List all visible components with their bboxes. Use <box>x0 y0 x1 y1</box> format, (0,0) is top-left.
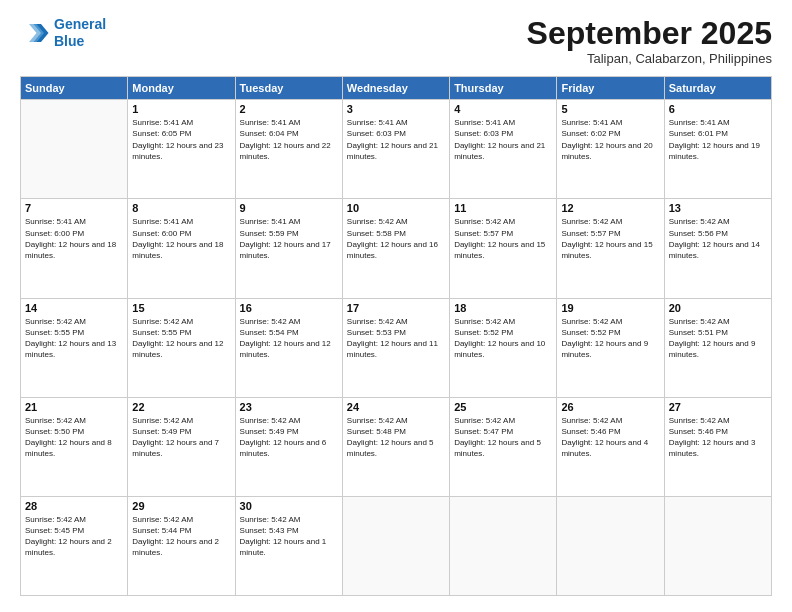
table-row: 20Sunrise: 5:42 AM Sunset: 5:51 PM Dayli… <box>664 298 771 397</box>
cell-info: Sunrise: 5:42 AM Sunset: 5:46 PM Dayligh… <box>669 415 767 460</box>
day-number: 7 <box>25 202 123 214</box>
col-thursday: Thursday <box>450 77 557 100</box>
day-number: 25 <box>454 401 552 413</box>
cell-info: Sunrise: 5:42 AM Sunset: 5:52 PM Dayligh… <box>454 316 552 361</box>
day-number: 22 <box>132 401 230 413</box>
cell-info: Sunrise: 5:41 AM Sunset: 6:03 PM Dayligh… <box>454 117 552 162</box>
cell-info: Sunrise: 5:42 AM Sunset: 5:51 PM Dayligh… <box>669 316 767 361</box>
col-sunday: Sunday <box>21 77 128 100</box>
cell-info: Sunrise: 5:41 AM Sunset: 6:01 PM Dayligh… <box>669 117 767 162</box>
day-number: 5 <box>561 103 659 115</box>
location: Talipan, Calabarzon, Philippines <box>527 51 772 66</box>
cell-info: Sunrise: 5:42 AM Sunset: 5:43 PM Dayligh… <box>240 514 338 559</box>
cell-info: Sunrise: 5:41 AM Sunset: 6:00 PM Dayligh… <box>25 216 123 261</box>
table-row: 18Sunrise: 5:42 AM Sunset: 5:52 PM Dayli… <box>450 298 557 397</box>
cell-info: Sunrise: 5:42 AM Sunset: 5:48 PM Dayligh… <box>347 415 445 460</box>
table-row: 1Sunrise: 5:41 AM Sunset: 6:05 PM Daylig… <box>128 100 235 199</box>
day-number: 13 <box>669 202 767 214</box>
day-number: 29 <box>132 500 230 512</box>
header-row: Sunday Monday Tuesday Wednesday Thursday… <box>21 77 772 100</box>
cell-info: Sunrise: 5:42 AM Sunset: 5:55 PM Dayligh… <box>25 316 123 361</box>
table-row: 16Sunrise: 5:42 AM Sunset: 5:54 PM Dayli… <box>235 298 342 397</box>
calendar-week-2: 7Sunrise: 5:41 AM Sunset: 6:00 PM Daylig… <box>21 199 772 298</box>
cell-info: Sunrise: 5:42 AM Sunset: 5:46 PM Dayligh… <box>561 415 659 460</box>
table-row: 29Sunrise: 5:42 AM Sunset: 5:44 PM Dayli… <box>128 496 235 595</box>
day-number: 17 <box>347 302 445 314</box>
col-friday: Friday <box>557 77 664 100</box>
cell-info: Sunrise: 5:42 AM Sunset: 5:49 PM Dayligh… <box>240 415 338 460</box>
table-row: 27Sunrise: 5:42 AM Sunset: 5:46 PM Dayli… <box>664 397 771 496</box>
cell-info: Sunrise: 5:42 AM Sunset: 5:44 PM Dayligh… <box>132 514 230 559</box>
col-tuesday: Tuesday <box>235 77 342 100</box>
day-number: 11 <box>454 202 552 214</box>
cell-info: Sunrise: 5:42 AM Sunset: 5:49 PM Dayligh… <box>132 415 230 460</box>
day-number: 20 <box>669 302 767 314</box>
table-row: 7Sunrise: 5:41 AM Sunset: 6:00 PM Daylig… <box>21 199 128 298</box>
day-number: 27 <box>669 401 767 413</box>
day-number: 19 <box>561 302 659 314</box>
day-number: 1 <box>132 103 230 115</box>
table-row: 14Sunrise: 5:42 AM Sunset: 5:55 PM Dayli… <box>21 298 128 397</box>
table-row <box>342 496 449 595</box>
table-row: 26Sunrise: 5:42 AM Sunset: 5:46 PM Dayli… <box>557 397 664 496</box>
col-wednesday: Wednesday <box>342 77 449 100</box>
table-row: 19Sunrise: 5:42 AM Sunset: 5:52 PM Dayli… <box>557 298 664 397</box>
calendar-table: Sunday Monday Tuesday Wednesday Thursday… <box>20 76 772 596</box>
table-row: 3Sunrise: 5:41 AM Sunset: 6:03 PM Daylig… <box>342 100 449 199</box>
day-number: 30 <box>240 500 338 512</box>
day-number: 6 <box>669 103 767 115</box>
day-number: 10 <box>347 202 445 214</box>
table-row <box>21 100 128 199</box>
cell-info: Sunrise: 5:41 AM Sunset: 6:02 PM Dayligh… <box>561 117 659 162</box>
day-number: 12 <box>561 202 659 214</box>
page: General Blue September 2025 Talipan, Cal… <box>0 0 792 612</box>
table-row: 24Sunrise: 5:42 AM Sunset: 5:48 PM Dayli… <box>342 397 449 496</box>
logo: General Blue <box>20 16 106 50</box>
table-row: 23Sunrise: 5:42 AM Sunset: 5:49 PM Dayli… <box>235 397 342 496</box>
table-row: 4Sunrise: 5:41 AM Sunset: 6:03 PM Daylig… <box>450 100 557 199</box>
cell-info: Sunrise: 5:42 AM Sunset: 5:56 PM Dayligh… <box>669 216 767 261</box>
table-row <box>557 496 664 595</box>
day-number: 18 <box>454 302 552 314</box>
calendar-week-1: 1Sunrise: 5:41 AM Sunset: 6:05 PM Daylig… <box>21 100 772 199</box>
title-area: September 2025 Talipan, Calabarzon, Phil… <box>527 16 772 66</box>
day-number: 14 <box>25 302 123 314</box>
day-number: 4 <box>454 103 552 115</box>
table-row: 25Sunrise: 5:42 AM Sunset: 5:47 PM Dayli… <box>450 397 557 496</box>
cell-info: Sunrise: 5:42 AM Sunset: 5:50 PM Dayligh… <box>25 415 123 460</box>
table-row: 15Sunrise: 5:42 AM Sunset: 5:55 PM Dayli… <box>128 298 235 397</box>
table-row: 8Sunrise: 5:41 AM Sunset: 6:00 PM Daylig… <box>128 199 235 298</box>
cell-info: Sunrise: 5:42 AM Sunset: 5:54 PM Dayligh… <box>240 316 338 361</box>
cell-info: Sunrise: 5:42 AM Sunset: 5:52 PM Dayligh… <box>561 316 659 361</box>
day-number: 16 <box>240 302 338 314</box>
day-number: 9 <box>240 202 338 214</box>
cell-info: Sunrise: 5:42 AM Sunset: 5:58 PM Dayligh… <box>347 216 445 261</box>
day-number: 8 <box>132 202 230 214</box>
table-row: 17Sunrise: 5:42 AM Sunset: 5:53 PM Dayli… <box>342 298 449 397</box>
calendar-week-5: 28Sunrise: 5:42 AM Sunset: 5:45 PM Dayli… <box>21 496 772 595</box>
logo-text: General Blue <box>54 16 106 50</box>
day-number: 26 <box>561 401 659 413</box>
table-row <box>664 496 771 595</box>
col-saturday: Saturday <box>664 77 771 100</box>
day-number: 3 <box>347 103 445 115</box>
header: General Blue September 2025 Talipan, Cal… <box>20 16 772 66</box>
table-row: 10Sunrise: 5:42 AM Sunset: 5:58 PM Dayli… <box>342 199 449 298</box>
cell-info: Sunrise: 5:41 AM Sunset: 6:03 PM Dayligh… <box>347 117 445 162</box>
logo-icon <box>20 18 50 48</box>
table-row: 5Sunrise: 5:41 AM Sunset: 6:02 PM Daylig… <box>557 100 664 199</box>
cell-info: Sunrise: 5:41 AM Sunset: 6:00 PM Dayligh… <box>132 216 230 261</box>
table-row: 13Sunrise: 5:42 AM Sunset: 5:56 PM Dayli… <box>664 199 771 298</box>
month-title: September 2025 <box>527 16 772 51</box>
cell-info: Sunrise: 5:42 AM Sunset: 5:57 PM Dayligh… <box>454 216 552 261</box>
table-row <box>450 496 557 595</box>
cell-info: Sunrise: 5:42 AM Sunset: 5:55 PM Dayligh… <box>132 316 230 361</box>
cell-info: Sunrise: 5:41 AM Sunset: 6:05 PM Dayligh… <box>132 117 230 162</box>
table-row: 9Sunrise: 5:41 AM Sunset: 5:59 PM Daylig… <box>235 199 342 298</box>
day-number: 28 <box>25 500 123 512</box>
cell-info: Sunrise: 5:41 AM Sunset: 6:04 PM Dayligh… <box>240 117 338 162</box>
table-row: 6Sunrise: 5:41 AM Sunset: 6:01 PM Daylig… <box>664 100 771 199</box>
cell-info: Sunrise: 5:42 AM Sunset: 5:57 PM Dayligh… <box>561 216 659 261</box>
col-monday: Monday <box>128 77 235 100</box>
table-row: 22Sunrise: 5:42 AM Sunset: 5:49 PM Dayli… <box>128 397 235 496</box>
